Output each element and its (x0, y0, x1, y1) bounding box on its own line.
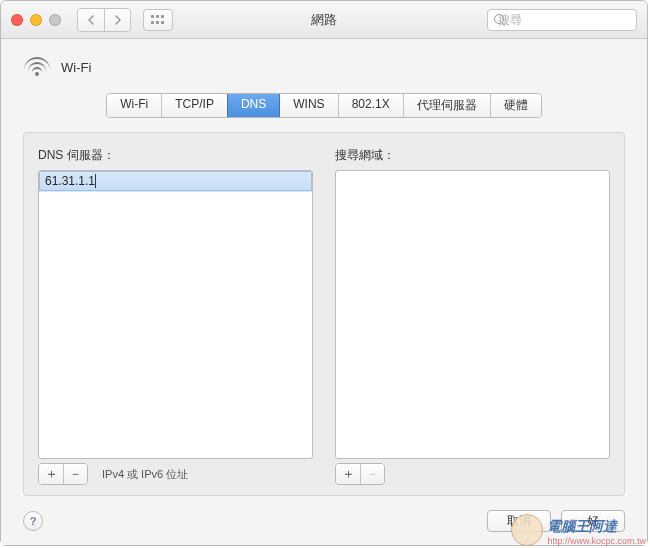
dns-panel: DNS 伺服器： 61.31.1.1 ＋ － IPv4 或 IPv6 位址 搜尋… (23, 132, 625, 496)
svg-rect-5 (161, 21, 164, 24)
connection-name: Wi-Fi (61, 60, 91, 75)
close-icon[interactable] (11, 14, 23, 26)
help-button[interactable]: ? (23, 511, 43, 531)
search-input[interactable] (498, 13, 648, 27)
list-item[interactable]: 61.31.1.1 (39, 171, 312, 192)
minimize-icon[interactable] (30, 14, 42, 26)
add-domain-button[interactable]: ＋ (336, 464, 360, 484)
window: 網路 Wi-Fi Wi-Fi TCP/IP DNS WINS 802.1X 代理… (0, 0, 648, 546)
dns-hint: IPv4 或 IPv6 位址 (102, 467, 188, 482)
wifi-icon (23, 57, 51, 77)
tab-wins[interactable]: WINS (279, 94, 337, 117)
back-button[interactable] (78, 9, 104, 31)
bottom-bar: ? 取消 好 (23, 510, 625, 532)
svg-rect-1 (156, 15, 159, 18)
ok-button[interactable]: 好 (561, 510, 625, 532)
tab-tcpip[interactable]: TCP/IP (161, 94, 227, 117)
add-dns-button[interactable]: ＋ (39, 464, 63, 484)
tab-dns[interactable]: DNS (227, 94, 279, 117)
svg-rect-2 (161, 15, 164, 18)
zoom-icon (49, 14, 61, 26)
svg-rect-3 (151, 21, 154, 24)
search-domains-list[interactable] (335, 170, 610, 459)
window-title: 網路 (311, 11, 337, 29)
tabs-bar: Wi-Fi TCP/IP DNS WINS 802.1X 代理伺服器 硬體 (23, 93, 625, 118)
tab-wifi[interactable]: Wi-Fi (107, 94, 161, 117)
content-area: Wi-Fi Wi-Fi TCP/IP DNS WINS 802.1X 代理伺服器… (1, 39, 647, 545)
dns-servers-label: DNS 伺服器： (38, 147, 313, 164)
tab-proxies[interactable]: 代理伺服器 (403, 94, 490, 117)
search-domains-column: 搜尋網域： ＋ － (335, 147, 610, 485)
show-all-button[interactable] (143, 9, 173, 31)
tab-hardware[interactable]: 硬體 (490, 94, 541, 117)
dns-add-remove: ＋ － (38, 463, 88, 485)
cancel-button[interactable]: 取消 (487, 510, 551, 532)
svg-rect-4 (156, 21, 159, 24)
search-domains-label: 搜尋網域： (335, 147, 610, 164)
tab-8021x[interactable]: 802.1X (338, 94, 403, 117)
dns-servers-column: DNS 伺服器： 61.31.1.1 ＋ － IPv4 或 IPv6 位址 (38, 147, 313, 485)
search-field[interactable] (487, 9, 637, 31)
titlebar: 網路 (1, 1, 647, 39)
domain-add-remove: ＋ － (335, 463, 385, 485)
remove-domain-button: － (360, 464, 384, 484)
svg-rect-0 (151, 15, 154, 18)
remove-dns-button[interactable]: － (63, 464, 87, 484)
nav-back-forward (77, 8, 131, 32)
connection-header: Wi-Fi (23, 57, 625, 77)
forward-button[interactable] (104, 9, 130, 31)
traffic-lights (11, 14, 61, 26)
dns-servers-list[interactable]: 61.31.1.1 (38, 170, 313, 459)
